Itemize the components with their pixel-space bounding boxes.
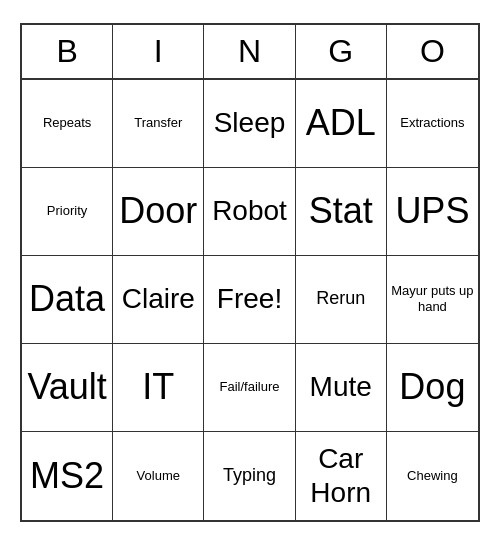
bingo-cell: Repeats bbox=[22, 80, 113, 168]
bingo-cell: Car Horn bbox=[296, 432, 387, 520]
bingo-cell: Extractions bbox=[387, 80, 478, 168]
bingo-cell: Priority bbox=[22, 168, 113, 256]
header-letter: O bbox=[387, 25, 478, 78]
bingo-cell: Transfer bbox=[113, 80, 204, 168]
bingo-cell: UPS bbox=[387, 168, 478, 256]
header-letter: G bbox=[296, 25, 387, 78]
bingo-cell: Volume bbox=[113, 432, 204, 520]
header-letter: B bbox=[22, 25, 113, 78]
bingo-cell: Claire bbox=[113, 256, 204, 344]
bingo-cell: ADL bbox=[296, 80, 387, 168]
bingo-cell: Dog bbox=[387, 344, 478, 432]
bingo-cell: Stat bbox=[296, 168, 387, 256]
header-letter: I bbox=[113, 25, 204, 78]
header-letter: N bbox=[204, 25, 295, 78]
bingo-cell: IT bbox=[113, 344, 204, 432]
bingo-cell: Typing bbox=[204, 432, 295, 520]
bingo-card: BINGO RepeatsTransferSleepADLExtractions… bbox=[20, 23, 480, 522]
bingo-cell: Rerun bbox=[296, 256, 387, 344]
bingo-cell: Vault bbox=[22, 344, 113, 432]
bingo-cell: Mayur puts up hand bbox=[387, 256, 478, 344]
bingo-cell: MS2 bbox=[22, 432, 113, 520]
bingo-cell: Sleep bbox=[204, 80, 295, 168]
bingo-cell: Free! bbox=[204, 256, 295, 344]
bingo-cell: Data bbox=[22, 256, 113, 344]
bingo-header: BINGO bbox=[22, 25, 478, 80]
bingo-cell: Fail/failure bbox=[204, 344, 295, 432]
bingo-cell: Mute bbox=[296, 344, 387, 432]
bingo-cell: Door bbox=[113, 168, 204, 256]
bingo-cell: Chewing bbox=[387, 432, 478, 520]
bingo-cell: Robot bbox=[204, 168, 295, 256]
bingo-grid: RepeatsTransferSleepADLExtractionsPriori… bbox=[22, 80, 478, 520]
